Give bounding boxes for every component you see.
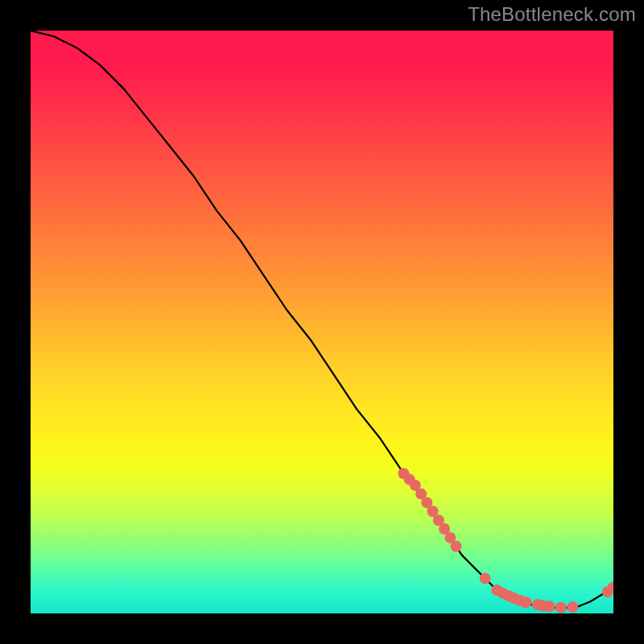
highlight-dot: [555, 602, 567, 613]
highlight-dot: [480, 573, 491, 584]
plot-area: [31, 31, 613, 613]
highlight-dot: [567, 601, 578, 613]
chart-frame: TheBottleneck.com: [0, 0, 644, 644]
highlight-dot: [543, 601, 555, 612]
watermark-text: TheBottleneck.com: [468, 3, 636, 26]
bottleneck-curve: [31, 31, 613, 608]
highlight-dots-group: [398, 468, 613, 613]
highlight-dot: [520, 597, 531, 608]
chart-overlay: [31, 31, 613, 613]
highlight-dot: [451, 541, 462, 552]
